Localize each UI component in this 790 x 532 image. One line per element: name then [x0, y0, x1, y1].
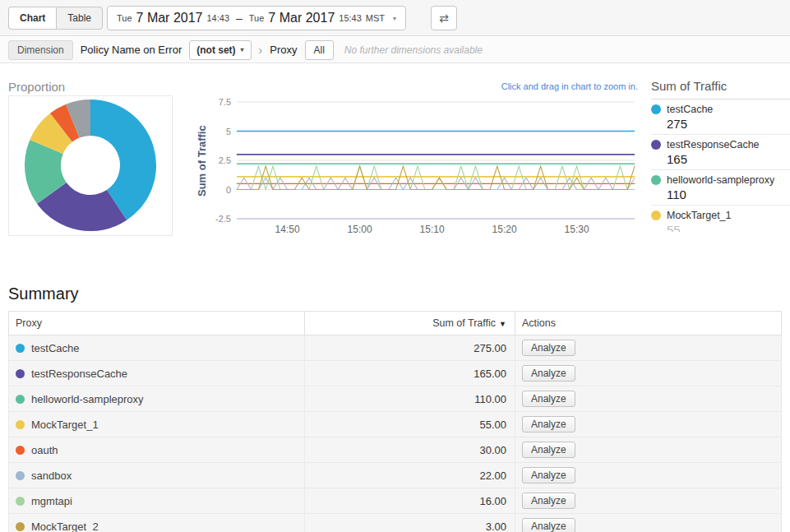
actions-cell: Analyze — [515, 514, 782, 532]
analyze-button[interactable]: Analyze — [522, 391, 575, 407]
date-range-separator: – — [236, 12, 243, 25]
legend-item[interactable]: testCache275 — [651, 99, 790, 135]
traffic-value-cell: 22.00 — [305, 463, 515, 488]
analyze-button[interactable]: Analyze — [522, 365, 575, 382]
analyze-button[interactable]: Analyze — [522, 416, 575, 433]
top-toolbar: Chart Table Tue 7 Mar 2017 14:43 – Tue 7… — [0, 0, 790, 36]
refresh-icon: ⇄ — [439, 12, 449, 25]
proxy-cell: MockTarget_2 — [9, 514, 305, 532]
x-tick-label: 14:50 — [275, 224, 300, 235]
dimension-value-dropdown[interactable]: (not set) ▾ — [189, 40, 251, 60]
chevron-down-icon: ▾ — [393, 15, 396, 22]
analyze-button[interactable]: Analyze — [522, 493, 575, 509]
traffic-value-cell: 3.00 — [305, 514, 515, 532]
legend-series-name: helloworld-sampleproxy — [667, 174, 774, 186]
traffic-value-cell: 165.00 — [305, 361, 515, 386]
x-tick-label: 15:00 — [348, 224, 372, 235]
proxy-color-dot — [16, 471, 25, 480]
legend-item[interactable]: helloworld-sampleproxy110 — [651, 170, 790, 206]
proxy-name: mgmtapi — [31, 495, 72, 507]
actions-cell: Analyze — [515, 412, 782, 437]
legend-item-row: MockTarget_1 — [651, 210, 790, 221]
proxy-name: MockTarget_2 — [31, 520, 99, 532]
proxy-color-dot — [16, 446, 25, 455]
column-header-actions: Actions — [515, 312, 782, 335]
legend-color-dot — [651, 104, 661, 114]
proxy-color-dot — [16, 522, 25, 531]
legend-item[interactable]: MockTarget_155 — [651, 206, 790, 232]
actions-cell: Analyze — [515, 386, 782, 412]
summary-table: Proxy Sum of Traffic▼ Actions testCache2… — [8, 311, 782, 532]
proxy-name: sandbox — [31, 470, 72, 482]
actions-cell: Analyze — [515, 488, 782, 514]
proxy-cell: helloworld-sampleproxy — [9, 386, 305, 412]
tab-table[interactable]: Table — [56, 7, 103, 30]
proxy-color-dot — [16, 344, 25, 353]
proportion-chart-panel — [8, 95, 173, 236]
analyze-button[interactable]: Analyze — [522, 442, 575, 458]
table-row: MockTarget_155.00Analyze — [9, 412, 782, 437]
dimension-chip: Dimension — [8, 40, 73, 60]
chevron-down-icon: ▾ — [241, 46, 244, 53]
proxy-name: helloworld-sampleproxy — [31, 393, 144, 405]
proxy-dimension-label: Proxy — [270, 44, 297, 56]
table-header-row: Proxy Sum of Traffic▼ Actions — [9, 312, 782, 335]
legend-item[interactable]: testResponseCache165 — [651, 135, 790, 170]
start-day: Tue — [117, 13, 132, 23]
legend-item-row: helloworld-sampleproxy — [651, 174, 790, 186]
proxy-color-dot — [16, 420, 25, 429]
proxy-cell: mgmtapi — [9, 488, 305, 514]
table-row: oauth30.00Analyze — [9, 437, 782, 463]
end-date: 7 Mar 2017 — [268, 11, 335, 25]
analyze-button[interactable]: Analyze — [522, 518, 575, 532]
proxy-color-dot — [16, 369, 25, 378]
proxy-cell: testCache — [9, 335, 305, 361]
column-header-proxy[interactable]: Proxy — [9, 312, 305, 335]
legend-color-dot — [651, 140, 661, 150]
dimension-bar: Dimension Policy Name on Error (not set)… — [0, 37, 790, 63]
legend-color-dot — [651, 175, 661, 185]
analyze-button[interactable]: Analyze — [522, 340, 575, 356]
table-row: sandbox22.00Analyze — [9, 463, 782, 488]
traffic-value-cell: 110.00 — [305, 386, 515, 412]
proxy-color-dot — [16, 395, 25, 404]
proxy-filter-button[interactable]: All — [305, 40, 334, 60]
legend-series-value: 275 — [667, 117, 790, 131]
proxy-cell: testResponseCache — [9, 361, 305, 386]
legend-series-name: MockTarget_1 — [667, 210, 732, 221]
legend-series-value: 55 — [667, 223, 790, 232]
legend-item-row: testCache — [651, 104, 790, 115]
legend-items: testCache275testResponseCache165hellowor… — [651, 99, 790, 232]
y-tick-label: -2.5 — [215, 214, 231, 224]
donut-chart[interactable] — [9, 96, 172, 235]
proxy-cell: MockTarget_1 — [9, 412, 305, 437]
actions-cell: Analyze — [515, 463, 782, 488]
y-tick-label: 7.5 — [219, 97, 231, 107]
zoom-hint: Click and drag in chart to zoom in. — [485, 81, 638, 91]
traffic-line-chart[interactable]: 7.552.50-2.514:5015:0015:1015:2015:30 — [207, 94, 651, 243]
table-row: helloworld-sampleproxy110.00Analyze — [9, 386, 782, 412]
proxy-name: testCache — [31, 342, 80, 354]
table-row: testResponseCache165.00Analyze — [9, 361, 782, 386]
tab-chart[interactable]: Chart — [8, 7, 56, 30]
date-range-picker[interactable]: Tue 7 Mar 2017 14:43 – Tue 7 Mar 2017 15… — [107, 6, 406, 30]
y-tick-label: 0 — [226, 185, 231, 195]
table-row: mgmtapi16.00Analyze — [9, 488, 782, 514]
dimension-selected-value: (not set) — [196, 44, 235, 56]
proxy-name: testResponseCache — [31, 368, 127, 380]
legend-series-name: testResponseCache — [667, 139, 760, 150]
legend-item-row: testResponseCache — [651, 139, 790, 150]
legend-series-value: 165 — [667, 152, 790, 166]
summary-title: Summary — [8, 285, 79, 303]
proxy-cell: sandbox — [9, 463, 305, 488]
proportion-label: Proportion — [8, 80, 65, 94]
proxy-name: oauth — [31, 444, 58, 456]
traffic-value-cell: 30.00 — [305, 437, 515, 463]
table-row: testCache275.00Analyze — [9, 335, 782, 361]
legend-title: Sum of Traffic — [651, 79, 790, 99]
proxy-cell: oauth — [9, 437, 305, 463]
analyze-button[interactable]: Analyze — [522, 467, 575, 483]
column-header-sum-of-traffic[interactable]: Sum of Traffic▼ — [305, 312, 515, 335]
refresh-button[interactable]: ⇄ — [431, 6, 457, 30]
chart-table-toggle: Chart Table — [8, 7, 103, 30]
